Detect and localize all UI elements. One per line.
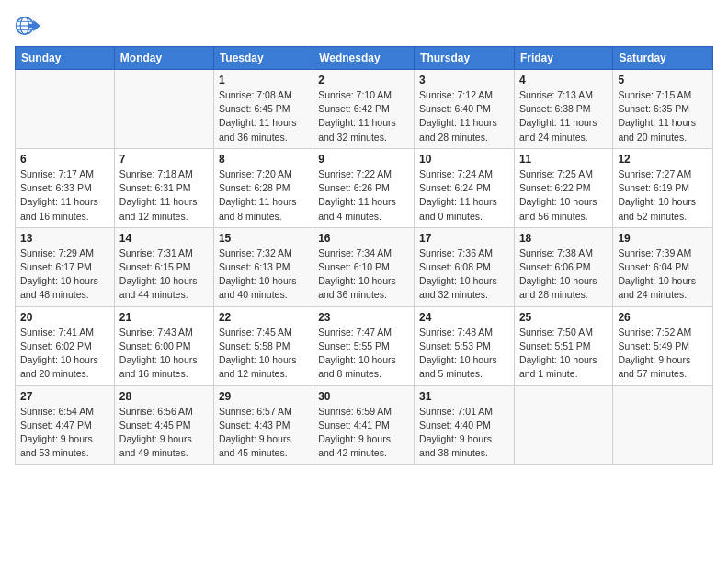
day-number: 29: [219, 390, 308, 403]
day-info: Sunrise: 7:01 AM Sunset: 4:40 PM Dayligh…: [419, 405, 509, 461]
day-number: 25: [519, 311, 608, 324]
day-info: Sunrise: 7:24 AM Sunset: 6:24 PM Dayligh…: [419, 167, 509, 224]
day-info: Sunrise: 7:34 AM Sunset: 6:10 PM Dayligh…: [318, 247, 409, 303]
day-info: Sunrise: 7:20 AM Sunset: 6:28 PM Dayligh…: [219, 167, 308, 224]
day-info: Sunrise: 7:52 AM Sunset: 5:49 PM Dayligh…: [618, 326, 708, 382]
calendar-header-friday: Friday: [514, 47, 612, 70]
day-info: Sunrise: 7:22 AM Sunset: 6:26 PM Dayligh…: [318, 167, 409, 224]
day-info: Sunrise: 7:38 AM Sunset: 6:06 PM Dayligh…: [519, 247, 608, 303]
day-number: 19: [618, 232, 708, 245]
day-info: Sunrise: 6:57 AM Sunset: 4:43 PM Dayligh…: [219, 405, 308, 461]
day-number: 8: [219, 153, 308, 166]
day-info: Sunrise: 7:45 AM Sunset: 5:58 PM Dayligh…: [219, 326, 308, 382]
day-info: Sunrise: 7:47 AM Sunset: 5:55 PM Dayligh…: [318, 326, 409, 382]
calendar-cell: 26Sunrise: 7:52 AM Sunset: 5:49 PM Dayli…: [613, 306, 713, 385]
day-info: Sunrise: 7:39 AM Sunset: 6:04 PM Dayligh…: [618, 247, 708, 303]
calendar-cell: 5Sunrise: 7:15 AM Sunset: 6:35 PM Daylig…: [613, 70, 713, 149]
calendar-cell: 1Sunrise: 7:08 AM Sunset: 6:45 PM Daylig…: [213, 70, 313, 149]
calendar-cell: 16Sunrise: 7:34 AM Sunset: 6:10 PM Dayli…: [313, 227, 415, 306]
day-number: 18: [519, 232, 608, 245]
calendar-cell: 29Sunrise: 6:57 AM Sunset: 4:43 PM Dayli…: [213, 385, 313, 465]
calendar-cell: 4Sunrise: 7:13 AM Sunset: 6:38 PM Daylig…: [514, 70, 612, 149]
logo-icon: [15, 13, 40, 39]
day-info: Sunrise: 7:15 AM Sunset: 6:35 PM Dayligh…: [618, 88, 708, 144]
calendar-week-row: 13Sunrise: 7:29 AM Sunset: 6:17 PM Dayli…: [16, 227, 713, 306]
day-number: 23: [318, 311, 409, 324]
calendar-table: SundayMondayTuesdayWednesdayThursdayFrid…: [15, 46, 713, 465]
calendar-cell: 19Sunrise: 7:39 AM Sunset: 6:04 PM Dayli…: [613, 227, 713, 306]
calendar-week-row: 1Sunrise: 7:08 AM Sunset: 6:45 PM Daylig…: [16, 70, 713, 149]
day-number: 13: [20, 232, 109, 245]
calendar-cell: 31Sunrise: 7:01 AM Sunset: 4:40 PM Dayli…: [415, 385, 515, 465]
calendar-cell: 11Sunrise: 7:25 AM Sunset: 6:22 PM Dayli…: [514, 148, 612, 227]
calendar-week-row: 27Sunrise: 6:54 AM Sunset: 4:47 PM Dayli…: [16, 385, 713, 465]
day-number: 5: [618, 74, 708, 86]
day-number: 21: [119, 311, 209, 324]
calendar-header-wednesday: Wednesday: [313, 47, 415, 70]
calendar-cell: [613, 385, 713, 465]
calendar-cell: 7Sunrise: 7:18 AM Sunset: 6:31 PM Daylig…: [114, 148, 213, 227]
day-info: Sunrise: 7:50 AM Sunset: 5:51 PM Dayligh…: [519, 326, 608, 382]
day-number: 4: [519, 74, 608, 86]
day-number: 14: [119, 232, 209, 245]
calendar-cell: 22Sunrise: 7:45 AM Sunset: 5:58 PM Dayli…: [213, 306, 313, 385]
day-number: 30: [318, 390, 409, 403]
day-info: Sunrise: 7:25 AM Sunset: 6:22 PM Dayligh…: [519, 167, 608, 224]
calendar-cell: 13Sunrise: 7:29 AM Sunset: 6:17 PM Dayli…: [16, 227, 115, 306]
calendar-cell: 2Sunrise: 7:10 AM Sunset: 6:42 PM Daylig…: [313, 70, 415, 149]
day-number: 24: [419, 311, 509, 324]
day-info: Sunrise: 7:48 AM Sunset: 5:53 PM Dayligh…: [419, 326, 509, 382]
day-info: Sunrise: 7:27 AM Sunset: 6:19 PM Dayligh…: [618, 167, 708, 224]
calendar-cell: 10Sunrise: 7:24 AM Sunset: 6:24 PM Dayli…: [415, 148, 515, 227]
day-number: 3: [419, 74, 509, 86]
calendar-header-tuesday: Tuesday: [213, 47, 313, 70]
page-header: [15, 9, 713, 39]
day-number: 6: [20, 153, 109, 166]
day-info: Sunrise: 7:29 AM Sunset: 6:17 PM Dayligh…: [20, 247, 109, 303]
day-number: 31: [419, 390, 509, 403]
calendar-cell: 23Sunrise: 7:47 AM Sunset: 5:55 PM Dayli…: [313, 306, 415, 385]
day-number: 15: [219, 232, 308, 245]
day-info: Sunrise: 7:18 AM Sunset: 6:31 PM Dayligh…: [119, 167, 209, 224]
day-number: 26: [618, 311, 708, 324]
day-number: 7: [119, 153, 209, 166]
day-number: 17: [419, 232, 509, 245]
day-info: Sunrise: 7:10 AM Sunset: 6:42 PM Dayligh…: [318, 88, 409, 144]
calendar-cell: 17Sunrise: 7:36 AM Sunset: 6:08 PM Dayli…: [415, 227, 515, 306]
calendar-cell: 6Sunrise: 7:17 AM Sunset: 6:33 PM Daylig…: [16, 148, 115, 227]
calendar-cell: 24Sunrise: 7:48 AM Sunset: 5:53 PM Dayli…: [415, 306, 515, 385]
calendar-cell: [514, 385, 612, 465]
day-info: Sunrise: 6:59 AM Sunset: 4:41 PM Dayligh…: [318, 405, 409, 461]
day-info: Sunrise: 7:31 AM Sunset: 6:15 PM Dayligh…: [119, 247, 209, 303]
calendar-cell: 15Sunrise: 7:32 AM Sunset: 6:13 PM Dayli…: [213, 227, 313, 306]
calendar-week-row: 6Sunrise: 7:17 AM Sunset: 6:33 PM Daylig…: [16, 148, 713, 227]
day-info: Sunrise: 6:54 AM Sunset: 4:47 PM Dayligh…: [20, 405, 109, 461]
calendar-cell: 25Sunrise: 7:50 AM Sunset: 5:51 PM Dayli…: [514, 306, 612, 385]
logo: [15, 13, 44, 39]
day-info: Sunrise: 7:32 AM Sunset: 6:13 PM Dayligh…: [219, 247, 308, 303]
day-number: 28: [119, 390, 209, 403]
day-info: Sunrise: 7:13 AM Sunset: 6:38 PM Dayligh…: [519, 88, 608, 144]
calendar-cell: 9Sunrise: 7:22 AM Sunset: 6:26 PM Daylig…: [313, 148, 415, 227]
calendar-cell: [16, 70, 115, 149]
calendar-week-row: 20Sunrise: 7:41 AM Sunset: 6:02 PM Dayli…: [16, 306, 713, 385]
day-number: 20: [20, 311, 109, 324]
day-info: Sunrise: 7:41 AM Sunset: 6:02 PM Dayligh…: [20, 326, 109, 382]
calendar-header-row: SundayMondayTuesdayWednesdayThursdayFrid…: [16, 47, 713, 70]
calendar-header-sunday: Sunday: [16, 47, 115, 70]
day-number: 16: [318, 232, 409, 245]
calendar-cell: 30Sunrise: 6:59 AM Sunset: 4:41 PM Dayli…: [313, 385, 415, 465]
day-info: Sunrise: 7:17 AM Sunset: 6:33 PM Dayligh…: [20, 167, 109, 224]
day-info: Sunrise: 7:36 AM Sunset: 6:08 PM Dayligh…: [419, 247, 509, 303]
calendar-header-monday: Monday: [114, 47, 213, 70]
calendar-cell: 12Sunrise: 7:27 AM Sunset: 6:19 PM Dayli…: [613, 148, 713, 227]
day-number: 9: [318, 153, 409, 166]
calendar-cell: 3Sunrise: 7:12 AM Sunset: 6:40 PM Daylig…: [415, 70, 515, 149]
calendar-header-thursday: Thursday: [415, 47, 515, 70]
calendar-header-saturday: Saturday: [613, 47, 713, 70]
day-info: Sunrise: 6:56 AM Sunset: 4:45 PM Dayligh…: [119, 405, 209, 461]
calendar-cell: 27Sunrise: 6:54 AM Sunset: 4:47 PM Dayli…: [16, 385, 115, 465]
day-info: Sunrise: 7:43 AM Sunset: 6:00 PM Dayligh…: [119, 326, 209, 382]
calendar-cell: [114, 70, 213, 149]
calendar-cell: 28Sunrise: 6:56 AM Sunset: 4:45 PM Dayli…: [114, 385, 213, 465]
